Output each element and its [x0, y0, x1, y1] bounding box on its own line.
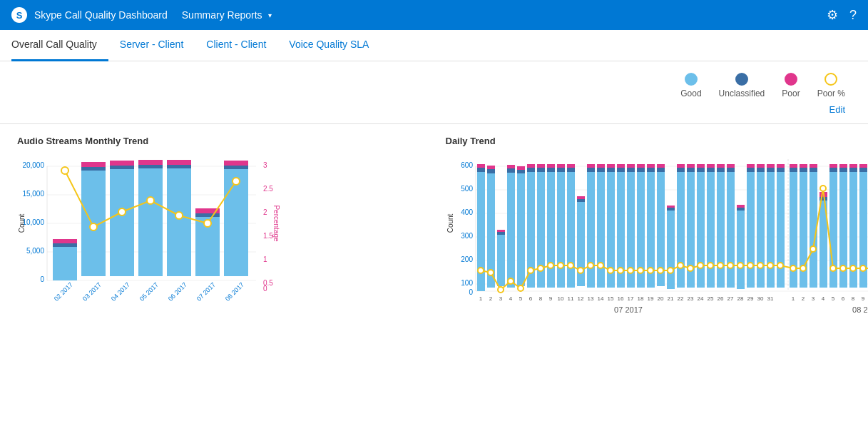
summary-reports-nav[interactable]: Summary Reports ▾	[182, 9, 272, 21]
bar-poor-2	[110, 161, 134, 166]
svg-text:9: 9	[548, 295, 552, 302]
svg-text:25: 25	[707, 295, 713, 302]
svg-text:31: 31	[767, 295, 773, 302]
help-icon[interactable]: ?	[849, 8, 857, 23]
svg-text:5: 5	[519, 295, 522, 302]
svg-text:22: 22	[677, 295, 683, 302]
svg-point-226	[810, 246, 816, 252]
svg-rect-117	[697, 172, 705, 288]
svg-rect-86	[587, 164, 595, 168]
tab-overall-call-quality[interactable]: Overall Call Quality	[11, 30, 108, 61]
svg-point-215	[698, 263, 703, 268]
svg-rect-103	[647, 168, 655, 172]
svg-rect-123	[717, 172, 725, 288]
svg-text:12: 12	[577, 295, 583, 302]
svg-text:2: 2	[263, 208, 267, 216]
svg-point-204	[588, 263, 593, 268]
svg-text:6: 6	[529, 295, 532, 302]
poor-pct-point-1	[90, 223, 97, 230]
svg-text:23: 23	[687, 295, 693, 302]
svg-text:29: 29	[747, 295, 753, 302]
bar-unclassified-2	[110, 166, 134, 169]
svg-text:3: 3	[499, 295, 502, 302]
svg-point-209	[638, 268, 643, 273]
legend-unclassified: Unclassified	[719, 73, 765, 98]
svg-point-200	[548, 263, 553, 268]
tab-voice-quality-sla[interactable]: Voice Quality SLA	[277, 30, 380, 61]
svg-point-217	[718, 263, 723, 268]
svg-rect-135	[757, 172, 765, 288]
svg-point-213	[678, 263, 683, 268]
svg-rect-72	[547, 172, 555, 288]
svg-point-202	[568, 263, 573, 268]
logo-letter: S	[16, 10, 23, 21]
svg-rect-56	[487, 166, 495, 169]
svg-text:08 2017: 08 2017	[224, 281, 245, 303]
monthly-chart-svg: 20,000 15,000 10,000 5,000 0 3 2.5 2 1.5…	[17, 152, 281, 373]
svg-point-208	[628, 268, 633, 273]
header: S Skype Call Quality Dashboard Summary R…	[0, 0, 868, 30]
svg-rect-57	[497, 235, 505, 286]
svg-rect-100	[637, 168, 645, 172]
svg-point-219	[737, 263, 743, 268]
bar-good-0	[53, 247, 77, 280]
svg-text:3: 3	[263, 161, 267, 169]
svg-rect-74	[547, 164, 555, 168]
svg-text:5,000: 5,000	[26, 247, 44, 255]
bar-good-4	[167, 168, 191, 276]
svg-text:0: 0	[469, 288, 473, 296]
svg-rect-149	[800, 168, 807, 172]
svg-text:05 2017: 05 2017	[138, 281, 160, 303]
svg-rect-132	[747, 172, 755, 288]
svg-rect-92	[607, 164, 615, 168]
svg-rect-140	[767, 164, 775, 168]
tab-label: Server - Client	[120, 39, 183, 50]
svg-text:1: 1	[263, 255, 267, 263]
settings-icon[interactable]: ⚙	[827, 7, 838, 23]
svg-text:2.5: 2.5	[263, 185, 273, 193]
svg-point-223	[777, 263, 783, 268]
svg-text:15,000: 15,000	[22, 190, 44, 198]
svg-point-221	[757, 263, 763, 268]
bar-unclassified-1	[81, 167, 106, 171]
svg-point-214	[688, 265, 693, 271]
legend-poor-pct-dot	[824, 73, 837, 86]
svg-point-218	[727, 263, 733, 268]
svg-rect-68	[527, 164, 535, 168]
svg-rect-162	[839, 164, 847, 168]
poor-pct-point-4	[175, 212, 183, 219]
header-left: S Skype Call Quality Dashboard Summary R…	[11, 7, 272, 23]
edit-button[interactable]: Edit	[829, 104, 845, 115]
svg-point-227	[820, 186, 826, 191]
tab-client-client[interactable]: Client - Client	[195, 30, 277, 61]
svg-text:24: 24	[697, 295, 703, 302]
svg-rect-58	[497, 232, 505, 235]
header-actions: ⚙ ?	[827, 7, 857, 23]
svg-rect-134	[747, 164, 755, 168]
tab-server-client[interactable]: Server - Client	[108, 30, 195, 61]
svg-point-207	[618, 268, 623, 273]
svg-rect-161	[839, 168, 847, 172]
svg-point-229	[840, 265, 846, 271]
svg-rect-128	[727, 164, 735, 168]
svg-rect-87	[597, 172, 605, 288]
monthly-chart-area: 20,000 15,000 10,000 5,000 0 3 2.5 2 1.5…	[17, 152, 423, 375]
svg-rect-152	[810, 168, 817, 172]
svg-text:15: 15	[607, 295, 613, 302]
svg-point-203	[578, 268, 583, 273]
nav-dropdown-icon: ▾	[268, 11, 272, 19]
svg-rect-121	[707, 168, 715, 172]
svg-rect-84	[587, 172, 595, 288]
poor-pct-point-6	[233, 178, 240, 185]
svg-rect-133	[747, 168, 755, 172]
svg-rect-141	[777, 172, 785, 288]
svg-text:02 2017: 02 2017	[53, 281, 74, 303]
svg-rect-73	[547, 168, 555, 172]
svg-text:4: 4	[509, 295, 512, 302]
tab-label: Overall Call Quality	[11, 39, 97, 50]
edit-area: Edit	[0, 101, 868, 121]
svg-rect-62	[507, 165, 515, 168]
svg-point-225	[800, 265, 806, 271]
poor-pct-point-3	[147, 197, 154, 204]
legend-poor: Poor	[782, 73, 800, 98]
